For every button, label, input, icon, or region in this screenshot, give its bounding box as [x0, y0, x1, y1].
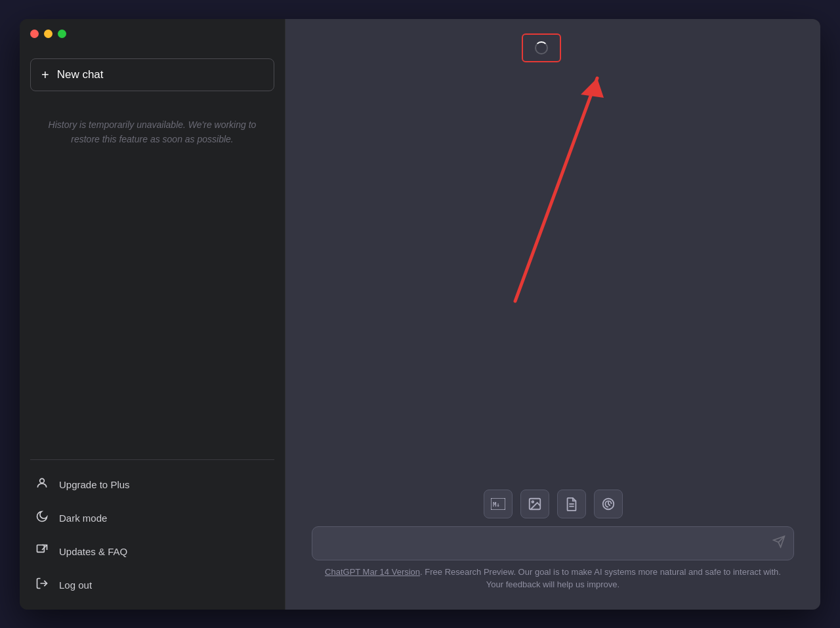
sidebar-item-logout[interactable]: Log out [25, 568, 280, 602]
sidebar-spacer [20, 162, 285, 459]
main-area: M↓ [285, 19, 820, 610]
logout-label: Log out [59, 579, 92, 591]
svg-point-8 [532, 501, 534, 503]
send-button[interactable] [772, 535, 786, 551]
app-window: + New chat History is temporarily unavai… [20, 19, 820, 610]
chat-input-area [312, 526, 794, 560]
loading-spinner [535, 41, 548, 54]
maximize-button[interactable] [58, 30, 66, 38]
svg-text:M↓: M↓ [493, 501, 500, 508]
sidebar-item-dark-mode[interactable]: Dark mode [25, 501, 280, 535]
plugin-button[interactable] [594, 490, 623, 518]
svg-line-3 [515, 78, 597, 301]
new-chat-button[interactable]: + New chat [30, 58, 274, 91]
main-content [285, 19, 820, 490]
bottom-area: M↓ [285, 490, 820, 610]
person-icon [34, 476, 50, 493]
sidebar: + New chat History is temporarily unavai… [20, 19, 285, 610]
markdown-button[interactable]: M↓ [484, 490, 513, 518]
minimize-button[interactable] [44, 30, 52, 38]
footer-link[interactable]: ChatGPT Mar 14 Version [325, 567, 420, 577]
sidebar-item-upgrade[interactable]: Upgrade to Plus [25, 468, 280, 501]
svg-marker-4 [581, 78, 604, 98]
title-bar [30, 30, 66, 38]
close-button[interactable] [30, 30, 39, 38]
plus-icon: + [41, 68, 49, 81]
svg-point-0 [40, 478, 45, 483]
annotation-arrow [495, 58, 614, 308]
sidebar-top: + New chat [20, 52, 285, 102]
toolbar: M↓ [312, 490, 794, 518]
sidebar-bottom: Upgrade to Plus Dark mode [20, 460, 285, 610]
moon-icon [34, 510, 50, 526]
updates-label: Updates & FAQ [59, 546, 127, 557]
footer-text: ChatGPT Mar 14 Version. Free Research Pr… [312, 560, 794, 602]
new-chat-label: New chat [57, 68, 104, 81]
upgrade-label: Upgrade to Plus [59, 479, 130, 490]
external-link-icon [34, 543, 50, 560]
pdf-button[interactable] [557, 490, 586, 518]
dark-mode-label: Dark mode [59, 513, 107, 524]
sidebar-item-updates[interactable]: Updates & FAQ [25, 535, 280, 568]
history-unavailable-message: History is temporarily unavailable. We'r… [20, 102, 285, 163]
image-button[interactable] [520, 490, 549, 518]
logout-icon [34, 577, 50, 593]
footer-description: . Free Research Preview. Our goal is to … [420, 567, 781, 590]
loading-box [522, 33, 561, 62]
